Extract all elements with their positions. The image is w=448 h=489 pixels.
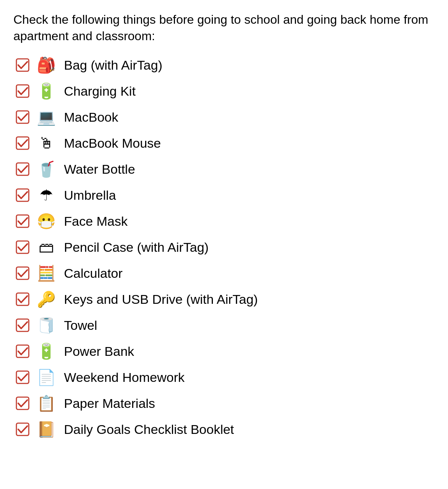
water-bottle-emoji: 🥤 (36, 158, 57, 180)
checkbox-icon[interactable] (13, 420, 32, 438)
checkbox-icon[interactable] (13, 160, 32, 178)
face-mask-label: Face Mask (64, 214, 128, 229)
checkbox-icon[interactable] (13, 342, 32, 360)
pencil-case-emoji: 🗃 (36, 236, 57, 258)
list-item[interactable]: 🥤Water Bottle (13, 156, 435, 182)
towel-label: Towel (64, 318, 97, 333)
macbook-mouse-emoji: 🖱 (36, 132, 57, 154)
checkbox-icon[interactable] (13, 238, 32, 256)
list-item[interactable]: 📋Paper Materials (13, 390, 435, 416)
list-item[interactable]: 🔑Keys and USB Drive (with AirTag) (13, 286, 435, 312)
list-item[interactable]: 🗃Pencil Case (with AirTag) (13, 234, 435, 260)
list-item[interactable]: 📔Daily Goals Checklist Booklet (13, 416, 435, 442)
bag-label: Bag (with AirTag) (64, 58, 162, 73)
checkbox-icon[interactable] (13, 264, 32, 282)
macbook-mouse-label: MacBook Mouse (64, 136, 161, 151)
header-text: Check the following things before going … (13, 11, 435, 44)
list-item[interactable]: ☂Umbrella (13, 182, 435, 208)
checkbox-icon[interactable] (13, 186, 32, 204)
face-mask-emoji: 😷 (36, 210, 57, 232)
weekend-homework-emoji: 📄 (36, 367, 57, 388)
list-item[interactable]: 😷Face Mask (13, 208, 435, 234)
paper-materials-label: Paper Materials (64, 396, 155, 411)
calculator-emoji: 🧮 (36, 262, 57, 284)
list-item[interactable]: 🖱MacBook Mouse (13, 130, 435, 156)
checkbox-icon[interactable] (13, 290, 32, 308)
checklist: 🎒Bag (with AirTag) 🔋Charging Kit 💻MacBoo… (13, 52, 435, 442)
water-bottle-label: Water Bottle (64, 162, 135, 177)
pencil-case-label: Pencil Case (with AirTag) (64, 240, 209, 255)
checkbox-icon[interactable] (13, 368, 32, 386)
list-item[interactable]: 🔋Power Bank (13, 338, 435, 364)
paper-materials-emoji: 📋 (36, 393, 57, 414)
checkbox-icon[interactable] (13, 134, 32, 152)
checkbox-icon[interactable] (13, 108, 32, 126)
umbrella-emoji: ☂ (36, 184, 57, 206)
list-item[interactable]: 📄Weekend Homework (13, 364, 435, 390)
power-bank-label: Power Bank (64, 344, 134, 359)
charging-kit-label: Charging Kit (64, 84, 136, 99)
bag-emoji: 🎒 (36, 54, 57, 76)
power-bank-emoji: 🔋 (36, 341, 57, 362)
list-item[interactable]: 🎒Bag (with AirTag) (13, 52, 435, 78)
checkbox-icon[interactable] (13, 56, 32, 74)
macbook-emoji: 💻 (36, 106, 57, 128)
list-item[interactable]: 🧻Towel (13, 312, 435, 338)
checkbox-icon[interactable] (13, 82, 32, 100)
daily-goals-emoji: 📔 (36, 419, 57, 440)
calculator-label: Calculator (64, 266, 123, 281)
macbook-label: MacBook (64, 110, 118, 125)
checkbox-icon[interactable] (13, 394, 32, 412)
checkbox-icon[interactable] (13, 316, 32, 334)
keys-label: Keys and USB Drive (with AirTag) (64, 292, 258, 307)
list-item[interactable]: 🧮Calculator (13, 260, 435, 286)
weekend-homework-label: Weekend Homework (64, 370, 185, 385)
umbrella-label: Umbrella (64, 188, 116, 203)
charging-kit-emoji: 🔋 (36, 80, 57, 102)
daily-goals-label: Daily Goals Checklist Booklet (64, 422, 234, 437)
list-item[interactable]: 🔋Charging Kit (13, 78, 435, 104)
list-item[interactable]: 💻MacBook (13, 104, 435, 130)
keys-emoji: 🔑 (36, 289, 57, 310)
towel-emoji: 🧻 (36, 315, 57, 336)
checkbox-icon[interactable] (13, 212, 32, 230)
